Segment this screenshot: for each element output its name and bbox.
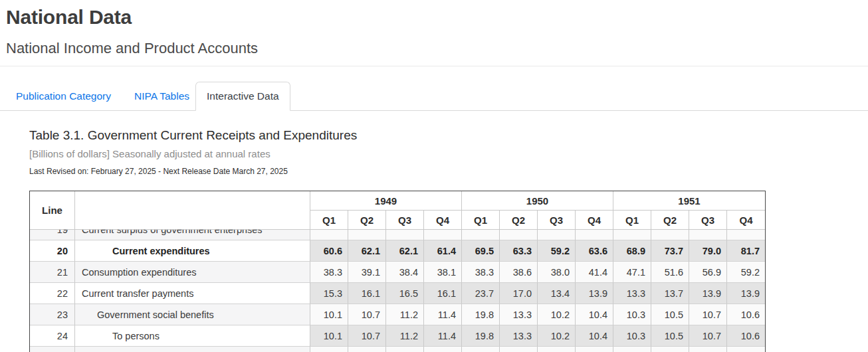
value-cell: 16.1	[424, 283, 462, 304]
value-cell	[424, 347, 462, 352]
value-cell: 73.7	[651, 240, 689, 262]
value-cell: 10.7	[689, 304, 727, 325]
description-column-header	[75, 191, 310, 230]
value-cell: 10.7	[348, 325, 386, 347]
value-cell	[538, 230, 576, 240]
quarter-header-1951-Q4: Q4	[727, 211, 765, 230]
value-cell	[386, 347, 424, 352]
nipa-data-table: Line194919501951Q1Q2Q3Q4Q1Q2Q3Q4Q1Q2Q3Q4…	[29, 191, 766, 352]
description-cell: Government social benefits	[75, 304, 310, 325]
value-cell	[689, 230, 727, 240]
value-cell	[727, 347, 765, 352]
value-cell: 10.7	[348, 304, 386, 325]
line-number-cell: 19	[30, 230, 75, 240]
value-cell	[651, 347, 689, 352]
value-cell: 41.4	[576, 262, 613, 283]
table-row-line-22: 22Current transfer payments15.316.116.51…	[30, 283, 765, 304]
quarter-header-1950-Q2: Q2	[500, 211, 538, 230]
value-cell: 11.4	[424, 304, 462, 325]
value-cell: 10.5	[651, 304, 689, 325]
value-cell: 13.3	[613, 283, 651, 304]
value-cell: 10.2	[538, 304, 576, 325]
line-number-cell: 25	[30, 347, 75, 352]
value-cell	[651, 230, 689, 240]
value-cell: 13.3	[500, 304, 538, 325]
table-row-line-20: 20Current expenditures60.662.162.161.469…	[30, 240, 765, 262]
value-cell: 39.1	[348, 262, 386, 283]
value-cell: 19.8	[462, 325, 500, 347]
value-cell: 38.3	[310, 262, 348, 283]
value-cell	[576, 230, 613, 240]
page-subtitle: National Income and Product Accounts	[0, 29, 868, 57]
value-cell: 10.1	[310, 304, 348, 325]
value-cell: 10.3	[613, 304, 651, 325]
value-cell: 38.0	[538, 262, 576, 283]
value-cell: 38.1	[424, 262, 462, 283]
value-cell	[727, 230, 765, 240]
quarter-header-1950-Q1: Q1	[462, 211, 500, 230]
header-divider	[0, 66, 868, 66]
tab-publication-category[interactable]: Publication Category	[16, 82, 111, 110]
value-cell: 13.9	[576, 283, 613, 304]
interactive-data-panel: Table 3.1. Government Current Receipts a…	[0, 128, 868, 352]
value-cell	[462, 230, 500, 240]
value-cell: 10.1	[310, 325, 348, 347]
table-title: Table 3.1. Government Current Receipts a…	[29, 128, 868, 143]
value-cell	[348, 347, 386, 352]
value-cell	[538, 347, 576, 352]
value-cell: 16.1	[348, 283, 386, 304]
quarter-header-1951-Q2: Q2	[651, 211, 689, 230]
table-revision-note: Last Revised on: February 27, 2025 - Nex…	[29, 167, 868, 176]
quarter-header-1951-Q1: Q1	[613, 211, 651, 230]
line-number-cell: 22	[30, 283, 75, 304]
value-cell	[576, 347, 613, 352]
table-body-scroll-area[interactable]: 19Current surplus of government enterpri…	[30, 230, 765, 352]
table-units-note: [Billions of dollars] Seasonally adjuste…	[29, 148, 868, 159]
quarter-header-1949-Q4: Q4	[424, 211, 462, 230]
value-cell: 62.1	[386, 240, 424, 262]
value-cell	[424, 230, 462, 240]
value-cell: 79.0	[689, 240, 727, 262]
value-cell: 59.2	[538, 240, 576, 262]
quarter-header-1951-Q3: Q3	[689, 211, 727, 230]
value-cell: 56.9	[689, 262, 727, 283]
value-cell: 13.9	[727, 283, 765, 304]
value-cell: 17.0	[500, 283, 538, 304]
value-cell	[310, 230, 348, 240]
value-cell	[500, 230, 538, 240]
value-cell: 60.6	[310, 240, 348, 262]
value-cell: 11.4	[424, 325, 462, 347]
value-cell: 63.3	[500, 240, 538, 262]
value-cell: 47.1	[613, 262, 651, 283]
year-header-1949: 1949	[310, 191, 462, 211]
tab-nipa-tables[interactable]: NIPA Tables	[134, 82, 189, 110]
value-cell: 13.4	[538, 283, 576, 304]
value-cell	[613, 347, 651, 352]
description-cell: Current expenditures	[75, 240, 310, 262]
value-cell	[613, 230, 651, 240]
value-cell: 10.6	[727, 325, 765, 347]
quarter-header-1950-Q3: Q3	[538, 211, 576, 230]
tab-interactive-data[interactable]: Interactive Data	[195, 82, 290, 111]
value-cell: 62.1	[348, 240, 386, 262]
description-cell: Consumption expenditures	[75, 262, 310, 283]
value-cell: 15.3	[310, 283, 348, 304]
description-cell: To the rest of the world	[75, 347, 310, 352]
value-cell: 10.4	[576, 325, 613, 347]
quarter-header-1949-Q2: Q2	[348, 211, 386, 230]
value-cell: 51.6	[651, 262, 689, 283]
page-title: National Data	[0, 0, 868, 29]
value-cell: 11.2	[386, 325, 424, 347]
value-cell: 59.2	[727, 262, 765, 283]
description-cell: To persons	[75, 325, 310, 347]
value-cell: 69.5	[462, 240, 500, 262]
table-row-line-23: 23Government social benefits10.110.711.2…	[30, 304, 765, 325]
value-cell: 38.3	[462, 262, 500, 283]
value-cell: 68.9	[613, 240, 651, 262]
value-cell: 19.8	[462, 304, 500, 325]
value-cell: 10.3	[613, 325, 651, 347]
value-cell: 16.5	[386, 283, 424, 304]
value-cell	[689, 347, 727, 352]
line-number-cell: 23	[30, 304, 75, 325]
line-number-cell: 20	[30, 240, 75, 262]
